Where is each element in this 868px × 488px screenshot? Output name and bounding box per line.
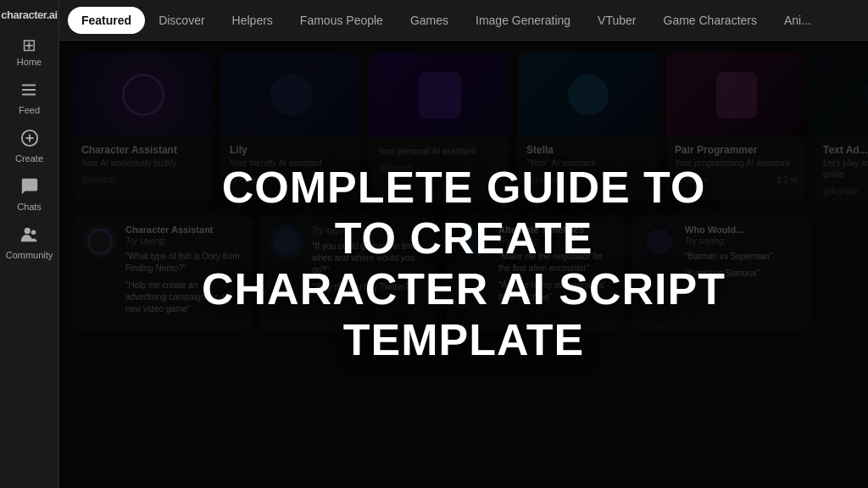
community-icon [20, 225, 39, 247]
tab-helpers[interactable]: Helpers [219, 7, 287, 34]
tab-image-generating[interactable]: Image Generating [462, 7, 584, 34]
overlay-line1: COMPLETE GUIDE TO [222, 163, 706, 212]
sidebar-label-chats: Chats [17, 202, 42, 212]
sidebar: character.ai ⊞ Home Feed Create Chats Co… [0, 0, 59, 488]
svg-point-6 [24, 228, 30, 234]
overlay-title: COMPLETE GUIDE TO TO CREATE CHARACTER AI… [202, 163, 726, 365]
content-area: Character Assistant Your AI work/study b… [59, 41, 868, 488]
main-content: Featured Discover Helpers Famous People … [59, 0, 868, 488]
tab-featured[interactable]: Featured [68, 7, 145, 34]
svg-point-7 [31, 230, 36, 236]
tab-game-characters[interactable]: Game Characters [650, 7, 771, 34]
svg-rect-1 [22, 89, 36, 91]
sidebar-item-feed[interactable]: Feed [19, 80, 40, 115]
overlay: COMPLETE GUIDE TO TO CREATE CHARACTER AI… [59, 41, 868, 488]
sidebar-item-community[interactable]: Community [6, 225, 53, 260]
sidebar-label-home: Home [17, 57, 42, 67]
create-icon [20, 129, 39, 150]
overlay-line2: TO CREATE [335, 214, 593, 263]
sidebar-label-community: Community [6, 250, 53, 260]
overlay-text-block: COMPLETE GUIDE TO TO CREATE CHARACTER AI… [185, 163, 743, 365]
sidebar-label-create: Create [15, 153, 43, 164]
tab-vtuber[interactable]: VTuber [584, 7, 649, 34]
overlay-line3: CHARACTER AI SCRIPT [202, 264, 726, 313]
svg-rect-2 [22, 94, 36, 96]
sidebar-item-chats[interactable]: Chats [17, 177, 42, 212]
sidebar-label-feed: Feed [19, 105, 40, 115]
chats-icon [20, 177, 39, 198]
tab-famous-people[interactable]: Famous People [287, 7, 397, 34]
sidebar-item-create[interactable]: Create [15, 129, 43, 164]
feed-icon [19, 80, 38, 102]
tab-games[interactable]: Games [397, 7, 462, 34]
tab-bar: Featured Discover Helpers Famous People … [59, 0, 868, 41]
home-icon: ⊞ [22, 36, 36, 53]
sidebar-item-home[interactable]: ⊞ Home [17, 36, 42, 67]
svg-rect-0 [22, 85, 36, 86]
tab-discover[interactable]: Discover [145, 7, 218, 34]
brand-logo: character.ai [1, 8, 57, 21]
tab-ani[interactable]: Ani... [771, 7, 825, 34]
overlay-line4: TEMPLATE [343, 315, 584, 364]
